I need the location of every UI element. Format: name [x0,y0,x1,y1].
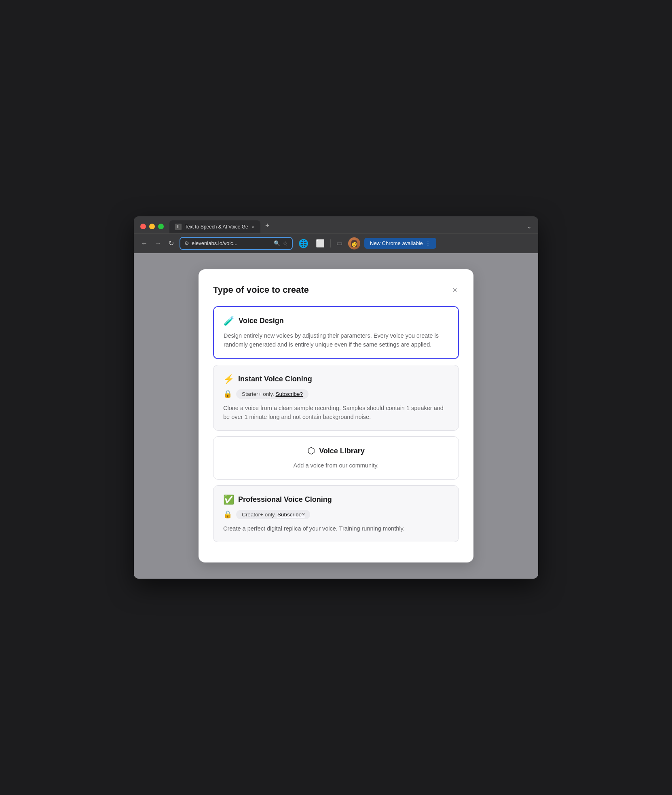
voice-library-subtitle: Add a voice from our community. [223,461,449,470]
voice-library-title: Voice Library [319,447,365,455]
instant-cloning-badge: Starter+ only. Subscribe? [236,389,309,399]
professional-cloning-badge: Creator+ only. Subscribe? [236,510,310,519]
tab-title: Text to Speech & AI Voice Ge [185,224,248,230]
reload-button[interactable]: ↻ [167,238,175,249]
new-tab-button[interactable]: + [262,222,270,233]
voice-design-header: 🧪 Voice Design [224,316,448,326]
traffic-light-red[interactable] [140,224,146,229]
browser-tab-active[interactable]: II Text to Speech & AI Voice Ge × [169,220,260,233]
lightning-icon: ⚡ [223,374,234,385]
instant-cloning-header: ⚡ Instant Voice Cloning [223,374,449,385]
modal-close-button[interactable]: × [451,284,459,296]
professional-cloning-badge-text: Creator+ only. [242,512,276,518]
professional-cloning-header: ✅ Professional Voice Cloning [223,495,449,505]
instant-voice-cloning-option[interactable]: ⚡ Instant Voice Cloning 🔒 Starter+ only.… [213,365,459,431]
forward-button[interactable]: → [153,238,163,249]
professional-cloning-option[interactable]: ✅ Professional Voice Cloning 🔒 Creator+ … [213,485,459,542]
tab-row: II Text to Speech & AI Voice Ge × + ⌄ [140,220,532,233]
modal-dialog: Type of voice to create × 🧪 Voice Design… [199,269,473,563]
browser-window: II Text to Speech & AI Voice Ge × + ⌄ ← … [134,216,538,579]
professional-cloning-description: Create a perfect digital replica of your… [223,524,449,533]
page-content: Type of voice to create × 🧪 Voice Design… [134,253,538,579]
instant-cloning-title: Instant Voice Cloning [238,375,312,383]
lock-icon-instant: 🔒 [223,389,232,398]
address-bar[interactable]: ⚙ elevenlabs.io/voic... 🔍 ☆ [180,237,293,250]
new-chrome-dots-icon: ⋮ [425,240,431,246]
traffic-lights [140,224,164,233]
avatar-emoji: 👩 [350,239,358,247]
modal-title: Type of voice to create [213,285,309,295]
new-chrome-label: New Chrome available [370,240,423,246]
traffic-light-green[interactable] [158,224,164,229]
flask-icon: 🧪 [224,316,235,326]
address-star-icon[interactable]: ☆ [283,240,288,247]
modal-header: Type of voice to create × [213,284,459,296]
check-badge-icon: ✅ [223,495,234,505]
professional-cloning-subscribe-link[interactable]: Subscribe? [277,512,305,518]
tab-favicon: II [175,224,182,230]
nav-bar: ← → ↻ ⚙ elevenlabs.io/voic... 🔍 ☆ 🌐 ⬜ ▭ … [134,233,538,253]
voice-design-option[interactable]: 🧪 Voice Design Design entirely new voice… [213,306,459,359]
extension-puzzle-icon[interactable]: ⬜ [314,237,326,249]
traffic-light-yellow[interactable] [149,224,155,229]
new-chrome-button[interactable]: New Chrome available ⋮ [364,238,436,249]
professional-cloning-lock-row: 🔒 Creator+ only. Subscribe? [223,510,449,519]
lock-icon-professional: 🔒 [223,510,232,519]
address-search-icon[interactable]: 🔍 [274,240,280,246]
avatar[interactable]: 👩 [348,237,360,249]
instant-cloning-subscribe-link[interactable]: Subscribe? [275,391,303,397]
instant-cloning-badge-text: Starter+ only. [242,391,274,397]
share-icon: ⬡ [307,446,315,456]
sidebar-toggle-icon[interactable]: ▭ [335,238,344,249]
voice-library-header: ⬡ Voice Library [223,446,449,456]
voice-library-option[interactable]: ⬡ Voice Library Add a voice from our com… [213,436,459,479]
instant-cloning-lock-row: 🔒 Starter+ only. Subscribe? [223,389,449,399]
back-button[interactable]: ← [139,238,149,249]
voice-design-title: Voice Design [239,317,284,325]
address-site-icon: ⚙ [184,240,189,246]
tab-close-button[interactable]: × [251,224,255,230]
tab-dropdown-button[interactable]: ⌄ [526,222,532,233]
extension-globe-icon[interactable]: 🌐 [297,237,310,250]
title-bar: II Text to Speech & AI Voice Ge × + ⌄ [134,216,538,233]
address-url-text: elevenlabs.io/voic... [192,240,271,246]
professional-cloning-title: Professional Voice Cloning [238,495,332,504]
instant-cloning-description: Clone a voice from a clean sample record… [223,404,449,422]
nav-divider [330,239,331,247]
voice-design-description: Design entirely new voices by adjusting … [224,331,448,349]
